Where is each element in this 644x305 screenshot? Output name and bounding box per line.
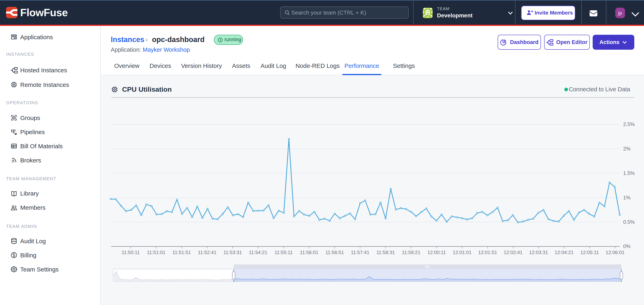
- svg-text:12:05:11: 12:05:11: [580, 250, 599, 255]
- svg-text:12:04:21: 12:04:21: [555, 250, 574, 255]
- svg-text:1%: 1%: [623, 195, 630, 200]
- svg-text:1.5%: 1.5%: [623, 170, 635, 176]
- svg-text:12:06:01: 12:06:01: [606, 250, 624, 255]
- svg-text:11:51:01: 11:51:01: [147, 250, 166, 255]
- svg-text:12:02:41: 12:02:41: [504, 250, 522, 255]
- svg-text:11:55:11: 11:55:11: [274, 250, 293, 255]
- svg-text:11:54:21: 11:54:21: [249, 250, 268, 255]
- svg-text:11:58:31: 11:58:31: [376, 250, 395, 255]
- svg-text:11:53:31: 11:53:31: [223, 250, 242, 255]
- svg-text:12:01:01: 12:01:01: [452, 250, 472, 255]
- svg-text:2.5%: 2.5%: [623, 121, 635, 127]
- svg-text:12:00:11: 12:00:11: [427, 250, 446, 255]
- svg-text:11:52:41: 11:52:41: [198, 250, 216, 255]
- svg-text:11:56:51: 11:56:51: [326, 250, 344, 255]
- svg-text:11:57:41: 11:57:41: [351, 250, 370, 255]
- svg-text:0%: 0%: [623, 243, 630, 249]
- svg-text:11:50:11: 11:50:11: [122, 250, 140, 255]
- svg-text:0.5%: 0.5%: [623, 219, 635, 225]
- svg-text:12:03:31: 12:03:31: [529, 250, 548, 255]
- svg-text:2%: 2%: [623, 146, 630, 151]
- svg-text:11:56:01: 11:56:01: [300, 250, 318, 255]
- svg-text:11:51:51: 11:51:51: [172, 250, 191, 255]
- svg-text:12:01:51: 12:01:51: [478, 250, 497, 255]
- svg-text:11:59:21: 11:59:21: [402, 250, 420, 255]
